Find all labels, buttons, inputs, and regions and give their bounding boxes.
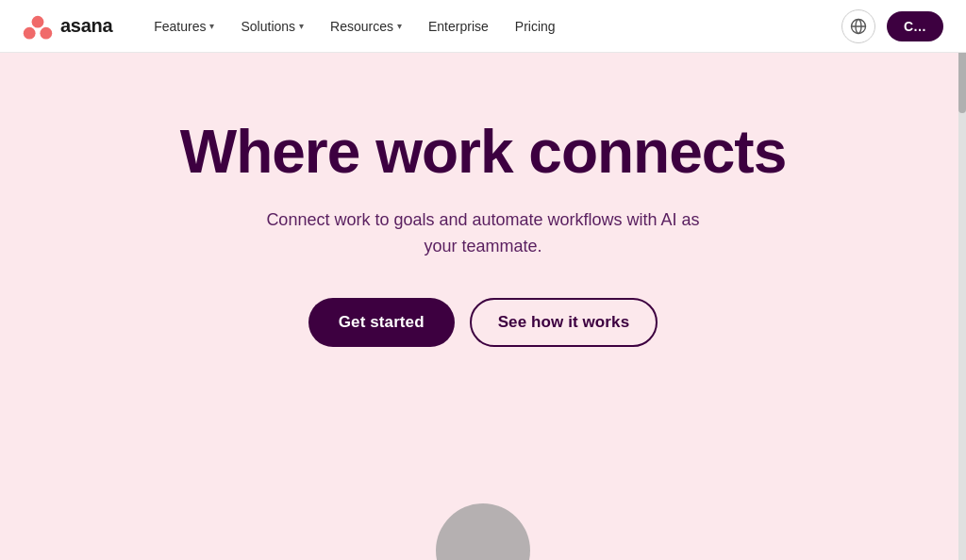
illustration-circle bbox=[436, 503, 530, 560]
svg-point-1 bbox=[24, 26, 36, 39]
navbar-nav: Features ▾ Solutions ▾ Resources ▾ Enter… bbox=[142, 13, 841, 40]
globe-icon bbox=[850, 18, 867, 35]
svg-point-2 bbox=[40, 26, 52, 39]
hero-title: Where work connects bbox=[180, 119, 787, 185]
navbar-right: C… bbox=[841, 9, 943, 43]
svg-point-0 bbox=[32, 15, 44, 27]
language-selector-button[interactable] bbox=[841, 9, 875, 43]
nav-item-enterprise[interactable]: Enterprise bbox=[417, 13, 500, 40]
nav-item-pricing[interactable]: Pricing bbox=[504, 13, 567, 40]
chevron-down-icon: ▾ bbox=[397, 21, 402, 31]
hero-subtitle: Connect work to goals and automate workf… bbox=[257, 207, 709, 260]
navbar: asana Features ▾ Solutions ▾ Resources ▾… bbox=[0, 0, 966, 53]
get-started-button[interactable]: Get started bbox=[308, 298, 455, 347]
nav-item-solutions[interactable]: Solutions ▾ bbox=[229, 13, 315, 40]
chevron-down-icon: ▾ bbox=[209, 21, 214, 31]
hero-buttons: Get started See how it works bbox=[308, 298, 658, 347]
hero-bottom-illustration bbox=[426, 503, 540, 560]
nav-item-resources[interactable]: Resources ▾ bbox=[319, 13, 413, 40]
see-how-it-works-button[interactable]: See how it works bbox=[470, 298, 658, 347]
asana-logo-icon bbox=[23, 11, 53, 41]
navbar-cta-button[interactable]: C… bbox=[887, 11, 943, 41]
nav-item-features[interactable]: Features ▾ bbox=[142, 13, 225, 40]
hero-section: Where work connects Connect work to goal… bbox=[0, 53, 966, 560]
chevron-down-icon: ▾ bbox=[299, 21, 304, 31]
logo-link[interactable]: asana bbox=[23, 11, 112, 41]
logo-text: asana bbox=[60, 15, 112, 37]
scrollbar-track[interactable] bbox=[958, 0, 966, 560]
